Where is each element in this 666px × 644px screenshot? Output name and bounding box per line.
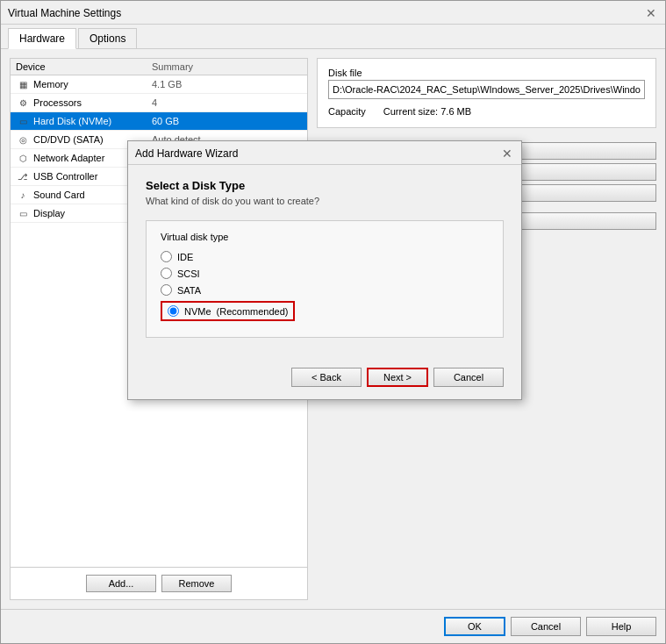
device-summary-hdd: 60 GB xyxy=(152,116,302,126)
radio-label-sata: SATA xyxy=(177,285,201,296)
disk-file-label: Disk file xyxy=(328,68,645,78)
table-row[interactable]: ▦ Memory 4.1 GB xyxy=(11,75,307,94)
modal-cancel-button[interactable]: Cancel xyxy=(433,368,504,387)
device-name-hdd: Hard Disk (NVMe) xyxy=(33,116,111,126)
radio-label-scsi: SCSI xyxy=(177,268,200,279)
left-bottom-buttons: Add... Remove xyxy=(11,567,307,599)
dvd-icon: ◎ xyxy=(16,133,30,146)
table-row-hdd[interactable]: ▭ Hard Disk (NVMe) 60 GB xyxy=(11,112,307,131)
disk-settings: Disk file Capacity Current size: 7.6 MB xyxy=(317,58,656,128)
add-button[interactable]: Add... xyxy=(86,575,156,592)
disk-type-group: Virtual disk type IDE SCSI SATA NVMe xyxy=(146,220,504,338)
main-cancel-button[interactable]: Cancel xyxy=(511,617,581,636)
recommended-text: (Recommended) xyxy=(217,306,289,317)
radio-sata[interactable]: SATA xyxy=(161,284,489,296)
capacity-section: Capacity Current size: 7.6 MB xyxy=(328,106,645,118)
bottom-buttons: OK Cancel Help xyxy=(1,609,665,643)
current-size-row: Current size: 7.6 MB xyxy=(383,106,471,117)
next-button[interactable]: Next > xyxy=(367,368,428,387)
table-header: Device Summary xyxy=(11,59,307,75)
modal-subheading: What kind of disk do you want to create? xyxy=(146,196,504,206)
device-name-dvd: CD/DVD (SATA) xyxy=(33,134,104,145)
nvme-highlighted-row: NVMe (Recommended) xyxy=(161,301,295,321)
cpu-icon: ⚙ xyxy=(16,97,30,109)
window-title: Virtual Machine Settings xyxy=(8,7,121,19)
modal-footer: < Back Next > Cancel xyxy=(128,359,521,399)
current-size-label: Current size: xyxy=(383,106,438,117)
device-name-net: Network Adapter xyxy=(33,153,104,163)
current-size-value: 7.6 MB xyxy=(440,106,471,117)
title-bar: Virtual Machine Settings ✕ xyxy=(1,1,665,25)
add-hardware-modal: Add Hardware Wizard ✕ Select a Disk Type… xyxy=(127,140,522,400)
display-icon: ▭ xyxy=(16,207,30,219)
radio-input-nvme[interactable] xyxy=(168,305,179,317)
modal-body: Select a Disk Type What kind of disk do … xyxy=(128,165,521,359)
radio-input-ide[interactable] xyxy=(161,251,172,262)
disk-file-section: Disk file xyxy=(328,68,645,99)
radio-nvme[interactable]: NVMe (Recommended) xyxy=(161,301,489,321)
device-name-processors: Processors xyxy=(33,97,82,108)
help-button[interactable]: Help xyxy=(586,617,656,636)
memory-icon: ▦ xyxy=(16,78,30,90)
device-name-memory: Memory xyxy=(33,79,68,89)
hdd-icon: ▭ xyxy=(16,115,30,127)
device-name-display: Display xyxy=(33,208,65,218)
radio-scsi[interactable]: SCSI xyxy=(161,268,489,279)
radio-ide[interactable]: IDE xyxy=(161,251,489,262)
device-name-sound: Sound Card xyxy=(33,190,85,200)
header-summary: Summary xyxy=(152,61,302,72)
ok-button[interactable]: OK xyxy=(444,617,505,636)
device-summary-processors: 4 xyxy=(152,97,302,108)
capacity-label: Capacity xyxy=(328,106,366,117)
back-button[interactable]: < Back xyxy=(291,368,362,387)
device-summary-memory: 4.1 GB xyxy=(152,79,302,89)
tab-hardware[interactable]: Hardware xyxy=(8,28,76,49)
table-row[interactable]: ⚙ Processors 4 xyxy=(11,94,307,112)
radio-label-ide: IDE xyxy=(177,252,193,262)
modal-title: Add Hardware Wizard xyxy=(135,147,238,160)
modal-title-bar: Add Hardware Wizard ✕ xyxy=(128,141,521,165)
radio-input-sata[interactable] xyxy=(161,284,172,296)
modal-heading: Select a Disk Type xyxy=(146,179,504,192)
net-icon: ⬡ xyxy=(16,152,30,164)
device-name-usb: USB Controller xyxy=(33,171,97,182)
sound-icon: ♪ xyxy=(16,189,30,201)
tab-options[interactable]: Options xyxy=(78,28,137,48)
remove-button[interactable]: Remove xyxy=(161,575,232,592)
modal-close-button[interactable]: ✕ xyxy=(500,147,514,161)
disk-file-input[interactable] xyxy=(328,80,645,99)
usb-icon: ⎇ xyxy=(16,170,30,182)
header-device: Device xyxy=(16,61,152,72)
disk-type-label: Virtual disk type xyxy=(161,232,489,242)
radio-label-nvme: NVMe xyxy=(184,306,211,317)
tab-bar: Hardware Options xyxy=(1,25,665,49)
radio-input-scsi[interactable] xyxy=(161,268,172,279)
window-close-button[interactable]: ✕ xyxy=(644,6,658,20)
